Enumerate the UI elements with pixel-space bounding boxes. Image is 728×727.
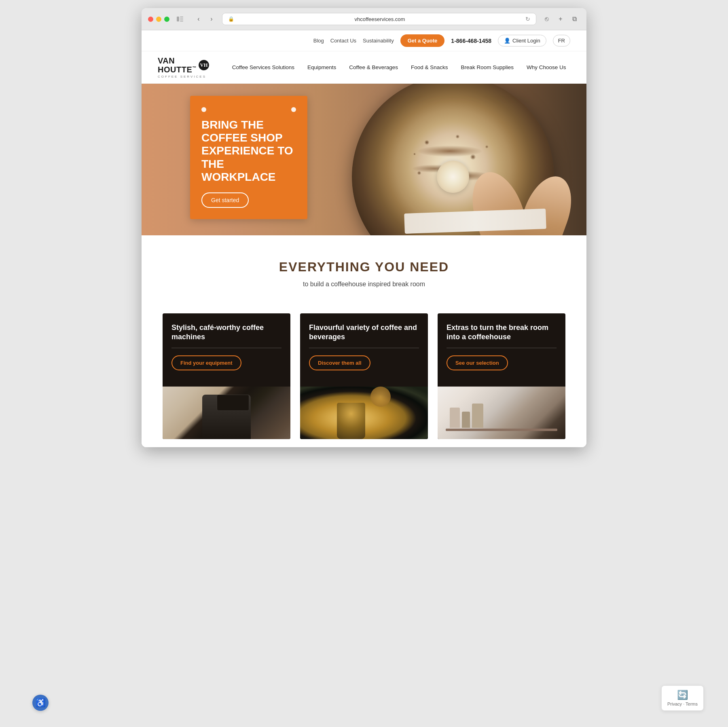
client-login-label: Client Login bbox=[512, 38, 540, 44]
recaptcha-icon: 🔄 bbox=[677, 690, 688, 700]
coffee-latte-art bbox=[370, 387, 391, 407]
accessibility-button[interactable]: ♿ bbox=[32, 695, 49, 711]
card-beverages-button[interactable]: Discover them all bbox=[309, 355, 370, 370]
card-beverages-divider bbox=[309, 348, 419, 348]
svg-rect-0 bbox=[177, 17, 179, 21]
blog-link[interactable]: Blog bbox=[313, 38, 324, 44]
card-equipment: Stylish, café-worthy coffee machines Fin… bbox=[163, 313, 290, 439]
share-button[interactable]: ⎋ bbox=[541, 13, 552, 25]
card-beverages: Flavourful variety of coffee and beverag… bbox=[300, 313, 428, 439]
card-extras-divider bbox=[447, 348, 557, 348]
card-beverages-title: Flavourful variety of coffee and beverag… bbox=[309, 323, 419, 342]
nav-equipments[interactable]: Equipments bbox=[301, 56, 343, 78]
card-extras: Extras to turn the break room into a cof… bbox=[438, 313, 565, 439]
browser-dots bbox=[148, 17, 169, 22]
card-extras-button[interactable]: See our selection bbox=[447, 355, 508, 370]
tabs-button[interactable]: ⧉ bbox=[569, 13, 580, 25]
hero-pin-left bbox=[201, 107, 206, 112]
card-extras-content: Extras to turn the break room into a cof… bbox=[438, 313, 565, 387]
forward-button[interactable]: › bbox=[206, 13, 217, 25]
user-icon: 👤 bbox=[504, 38, 510, 44]
maximize-dot[interactable] bbox=[164, 17, 169, 22]
nav-coffee-beverages[interactable]: Coffee & Beverages bbox=[343, 56, 404, 78]
utility-bar: Blog Contact Us Sustainability Get a Quo… bbox=[142, 30, 586, 51]
sidebar-toggle-icon[interactable] bbox=[174, 13, 186, 25]
nav-break-room-supplies[interactable]: Break Room Supplies bbox=[454, 56, 520, 78]
hero-pin-right bbox=[291, 107, 296, 112]
privacy-badge: 🔄 Privacy · Terms bbox=[661, 685, 704, 711]
card-equipment-divider bbox=[171, 348, 281, 348]
contact-link[interactable]: Contact Us bbox=[330, 38, 356, 44]
section-everything: EVERYTHING YOU NEED to build a coffeehou… bbox=[142, 235, 586, 313]
item2 bbox=[462, 412, 470, 428]
language-button[interactable]: FR bbox=[553, 35, 570, 46]
close-dot[interactable] bbox=[148, 17, 153, 22]
svg-rect-3 bbox=[180, 21, 183, 21]
svg-rect-2 bbox=[180, 19, 183, 19]
coffee-machine-screen bbox=[217, 395, 249, 411]
card-beverages-content: Flavourful variety of coffee and beverag… bbox=[300, 313, 428, 387]
card-equipment-button[interactable]: Find your equipment bbox=[171, 355, 241, 370]
logo-van: VAN bbox=[158, 56, 197, 65]
card-extras-image bbox=[438, 387, 565, 439]
item1 bbox=[450, 408, 460, 428]
client-login-button[interactable]: 👤 Client Login bbox=[498, 35, 546, 46]
hero-section: BRING THE COFFEE SHOP EXPERIENCE TO THE … bbox=[142, 84, 586, 235]
back-button[interactable]: ‹ bbox=[193, 13, 204, 25]
coffee-cup-shape bbox=[337, 403, 365, 439]
minimize-dot[interactable] bbox=[156, 17, 161, 22]
address-bar[interactable]: 🔒 vhcoffeeservices.com ↻ bbox=[222, 13, 536, 25]
website-content: Blog Contact Us Sustainability Get a Quo… bbox=[142, 30, 586, 447]
logo-icon: VH bbox=[198, 59, 210, 71]
sustainability-link[interactable]: Sustainability bbox=[363, 38, 394, 44]
card-equipment-title: Stylish, café-worthy coffee machines bbox=[171, 323, 281, 342]
svg-rect-1 bbox=[180, 17, 183, 17]
refresh-icon[interactable]: ↻ bbox=[525, 16, 530, 22]
main-nav: Coffee Services Solutions Equipments Cof… bbox=[226, 56, 573, 78]
browser-toolbar: ‹ › 🔒 vhcoffeeservices.com ↻ ⎋ + ⧉ bbox=[142, 8, 586, 30]
nav-why-choose-us[interactable]: Why Choose Us bbox=[520, 56, 573, 78]
get-quote-button[interactable]: Get a Quote bbox=[400, 34, 445, 47]
card-equipment-image bbox=[163, 387, 290, 439]
new-tab-button[interactable]: + bbox=[555, 13, 566, 25]
url-display: vhcoffeeservices.com bbox=[237, 16, 522, 22]
section-subtext: to build a coffeehouse inspired break ro… bbox=[299, 279, 429, 289]
svg-text:VH: VH bbox=[200, 62, 207, 68]
card-extras-title: Extras to turn the break room into a cof… bbox=[447, 323, 557, 342]
hero-card-pins bbox=[201, 107, 296, 112]
section-heading: EVERYTHING YOU NEED bbox=[158, 260, 570, 275]
card-equipment-content: Stylish, café-worthy coffee machines Fin… bbox=[163, 313, 290, 387]
nav-coffee-services-solutions[interactable]: Coffee Services Solutions bbox=[226, 56, 301, 78]
hero-card: BRING THE COFFEE SHOP EXPERIENCE TO THE … bbox=[190, 96, 307, 219]
logo[interactable]: VAN HOUTTE™ VH COFFEE SERVICES bbox=[158, 51, 210, 83]
lock-icon: 🔒 bbox=[228, 16, 234, 22]
logo-houtte: HOUTTE™ bbox=[158, 65, 197, 74]
browser-nav-icons: ‹ › bbox=[193, 13, 217, 25]
main-header: VAN HOUTTE™ VH COFFEE SERVICES Coffee Se… bbox=[142, 51, 586, 84]
card-beverages-image bbox=[300, 387, 428, 439]
logo-subtitle: COFFEE SERVICES bbox=[158, 75, 206, 78]
shelf bbox=[446, 429, 557, 431]
hero-cream-center bbox=[437, 161, 469, 193]
logo-top-row: VAN HOUTTE™ VH bbox=[158, 56, 210, 74]
item3 bbox=[472, 404, 483, 428]
accessibility-icon: ♿ bbox=[36, 698, 46, 708]
cards-grid: Stylish, café-worthy coffee machines Fin… bbox=[142, 313, 586, 447]
hero-cta-button[interactable]: Get started bbox=[201, 192, 249, 208]
hero-headline: BRING THE COFFEE SHOP EXPERIENCE TO THE … bbox=[201, 118, 296, 184]
privacy-terms-text: Privacy · Terms bbox=[667, 702, 698, 706]
browser-window: ‹ › 🔒 vhcoffeeservices.com ↻ ⎋ + ⧉ Blog … bbox=[142, 8, 586, 447]
browser-actions: ⎋ + ⧉ bbox=[541, 13, 580, 25]
phone-number: 1-866-468-1458 bbox=[451, 38, 491, 44]
nav-food-snacks[interactable]: Food & Snacks bbox=[404, 56, 455, 78]
